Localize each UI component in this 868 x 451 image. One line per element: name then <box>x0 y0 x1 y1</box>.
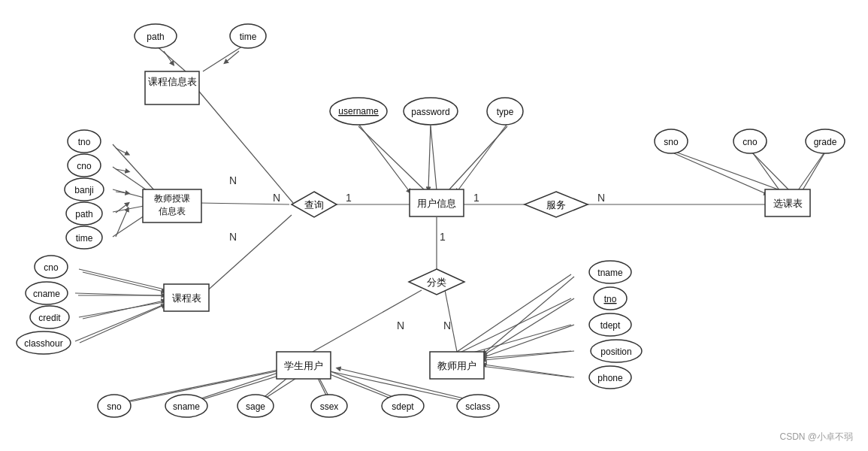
svg-line-51 <box>359 125 410 192</box>
attr-ssex: ssex <box>320 401 339 412</box>
attr-phone: phone <box>597 373 623 383</box>
label-1-query-user: 1 <box>346 192 352 204</box>
attr-sdept: sdept <box>392 401 414 412</box>
watermark: CSDN @小卓不弱 <box>779 431 853 443</box>
svg-line-25 <box>671 150 780 190</box>
label-1-user-classify: 1 <box>440 231 446 243</box>
attr-password: password <box>411 107 449 117</box>
attr-position: position <box>600 347 631 357</box>
attr-banji: banji <box>74 185 93 195</box>
query-label: 查询 <box>304 199 324 210</box>
svg-line-50 <box>800 153 824 194</box>
svg-line-2 <box>113 144 156 192</box>
svg-line-44 <box>83 272 164 292</box>
attr-cno-teacher: cno <box>77 161 92 171</box>
svg-line-23 <box>431 126 437 190</box>
service-label: 服务 <box>546 199 566 210</box>
attr-tno: tno <box>78 137 91 147</box>
classify-label: 分类 <box>427 277 446 288</box>
svg-line-27 <box>798 150 826 190</box>
attr-credit: credit <box>38 313 61 323</box>
svg-line-48 <box>674 153 767 194</box>
attr-path-mid: path <box>75 209 92 219</box>
user-info-label: 用户信息 <box>417 198 456 209</box>
attr-cname: cname <box>33 289 60 299</box>
teacher-course-label1: 教师授课 <box>154 193 190 204</box>
attr-grade: grade <box>814 137 837 147</box>
select-course-label: 选课表 <box>773 198 803 209</box>
svg-line-52 <box>428 125 431 189</box>
attr-tname: tname <box>597 268 623 278</box>
attr-sage: sage <box>246 401 265 412</box>
svg-line-61 <box>484 298 574 355</box>
label-n-coursetable-query: N <box>229 231 237 243</box>
attr-cno-select: cno <box>742 137 758 147</box>
course-table-label: 课程表 <box>172 292 201 304</box>
attr-time-top: time <box>240 32 257 42</box>
label-n-service-select: N <box>597 192 605 204</box>
label-n-classify-student: N <box>397 319 404 331</box>
er-diagram: 课程信息表 教师授课 信息表 课程表 用户信息 学生用户 教师用户 选课表 查询… <box>0 0 868 451</box>
svg-line-35 <box>313 290 422 352</box>
attr-time-mid: time <box>76 233 93 244</box>
attr-sclass: sclass <box>465 401 490 412</box>
svg-line-30 <box>196 215 292 301</box>
attr-tno-teacher: tno <box>604 294 617 304</box>
label-n-course-query: N <box>229 174 237 186</box>
teacher-course-label2: 信息表 <box>159 206 186 216</box>
course-info-label: 课程信息表 <box>148 76 197 87</box>
svg-line-10 <box>75 301 171 341</box>
attr-sno-bottom: sno <box>107 401 122 412</box>
svg-line-0 <box>156 45 186 71</box>
attr-sname: sname <box>173 401 200 412</box>
svg-line-18 <box>457 298 571 354</box>
student-user-label: 学生用户 <box>284 360 323 371</box>
svg-line-28 <box>196 88 293 203</box>
svg-line-26 <box>750 150 789 190</box>
attr-tdept: tdept <box>600 320 621 331</box>
attr-type: type <box>497 107 514 117</box>
attr-cno-course: cno <box>44 262 59 273</box>
attr-username: username <box>338 106 379 117</box>
svg-line-64 <box>484 365 574 377</box>
attr-sno-select: sno <box>664 137 679 147</box>
svg-line-22 <box>358 126 425 190</box>
svg-line-49 <box>753 153 782 193</box>
svg-line-39 <box>116 148 128 154</box>
attr-path-top: path <box>147 32 164 42</box>
attr-classhour: classhour <box>24 338 62 349</box>
svg-line-60 <box>484 277 574 353</box>
svg-line-53 <box>457 125 507 192</box>
svg-line-17 <box>457 274 571 352</box>
label-n-teacher-query: N <box>273 192 280 204</box>
svg-line-42 <box>116 204 128 213</box>
svg-line-1 <box>203 45 244 71</box>
label-1-user-service: 1 <box>473 192 479 204</box>
label-n-classify-teacher: N <box>443 319 451 331</box>
svg-line-47 <box>80 305 164 343</box>
teacher-user-label: 教师用户 <box>437 360 476 371</box>
svg-line-43 <box>116 209 128 237</box>
svg-line-37 <box>164 51 173 64</box>
